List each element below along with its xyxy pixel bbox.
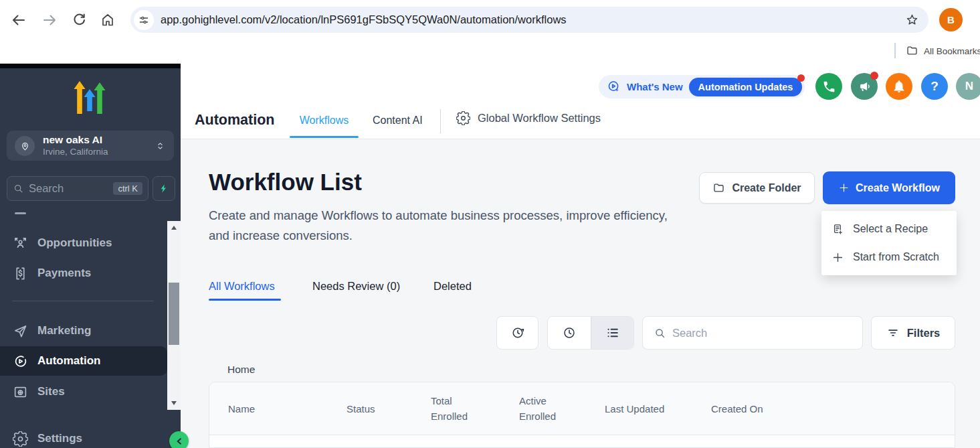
sidebar-item-label: Opportunities	[37, 236, 112, 250]
location-pin-icon	[15, 136, 35, 156]
list-view-toggle[interactable]	[591, 317, 633, 349]
automation-updates-label: Automation Updates	[698, 82, 793, 92]
sidebar-item-marketing[interactable]: Marketing	[0, 316, 167, 346]
account-location: Irvine, California	[43, 147, 108, 158]
filters-button[interactable]: Filters	[871, 316, 955, 350]
filters-label: Filters	[907, 327, 941, 340]
plus-icon	[831, 251, 844, 264]
bell-icon	[892, 79, 906, 94]
column-header-status: Status	[347, 403, 431, 415]
tab-all-workflows[interactable]: All Workflows	[209, 280, 275, 293]
bookmarks-folder-icon[interactable]	[906, 44, 918, 57]
whats-new-label[interactable]: What's New	[627, 81, 683, 92]
view-toggle-group	[547, 316, 634, 350]
bookmarks-divider	[894, 43, 896, 58]
announcements-button[interactable]	[851, 73, 878, 100]
sidebar-top-strip	[0, 64, 181, 68]
sidebar-search[interactable]: ctrl K	[7, 176, 149, 201]
automation-updates-badge[interactable]: Automation Updates	[689, 78, 803, 96]
url-text[interactable]: app.gohighlevel.com/v2/location/lnPS691g…	[161, 13, 567, 26]
sidebar-collapse-button[interactable]	[169, 431, 189, 448]
sidebar-item-opportunities[interactable]: Opportunities	[0, 228, 167, 258]
whats-new-pill[interactable]: What's New Automation Updates	[599, 75, 805, 98]
automation-icon	[13, 354, 28, 369]
scroll-down-button[interactable]	[167, 396, 181, 410]
column-header-name: Name	[228, 403, 347, 415]
search-icon	[654, 327, 666, 340]
quick-actions-button[interactable]	[153, 176, 175, 201]
sidebar-search-input[interactable]	[29, 182, 113, 195]
clock-icon	[562, 325, 577, 340]
menu-item-select-recipe[interactable]: Select a Recipe	[821, 215, 957, 243]
phone-icon	[822, 80, 836, 94]
phone-button[interactable]	[815, 73, 842, 100]
tab-workflows[interactable]: Workflows	[290, 115, 359, 127]
create-workflow-button[interactable]: Create Workflow	[823, 171, 955, 204]
notification-dot	[797, 74, 805, 82]
bookmark-star-icon[interactable]	[905, 13, 919, 27]
folder-icon	[712, 181, 725, 194]
gear-icon	[456, 111, 470, 125]
global-workflow-settings[interactable]: Global Workflow Settings	[456, 111, 601, 125]
sidebar-divider	[12, 301, 154, 301]
menu-item-start-from-scratch[interactable]: Start from Scratch	[821, 243, 957, 271]
create-folder-label: Create Folder	[732, 182, 801, 194]
enrollment-history-button[interactable]	[496, 316, 538, 350]
payments-icon	[13, 266, 28, 281]
question-mark-icon: ?	[930, 79, 939, 94]
header-divider	[440, 109, 441, 133]
breadcrumb[interactable]: Home	[227, 364, 255, 376]
column-header-active-enrolled: Active Enrolled	[519, 393, 605, 424]
search-icon	[13, 183, 24, 194]
menu-item-label: Start from Scratch	[853, 251, 939, 263]
filter-icon	[886, 326, 900, 340]
lightning-bolt-icon	[159, 183, 169, 194]
table-header-row: Name Status Total Enrolled Active Enroll…	[209, 382, 955, 435]
column-header-last-updated: Last Updated	[605, 403, 711, 415]
home-icon[interactable]	[100, 12, 116, 28]
execution-logs-toggle[interactable]	[548, 317, 591, 349]
scrollbar-thumb[interactable]	[169, 283, 179, 345]
workflow-search[interactable]	[642, 316, 863, 350]
help-button[interactable]: ?	[921, 73, 948, 100]
settings-gear-icon	[13, 431, 28, 447]
account-switcher[interactable]: new oaks AI Irvine, California	[7, 131, 174, 161]
back-icon[interactable]	[11, 12, 27, 28]
sidebar-item-automation[interactable]: Automation	[0, 346, 167, 376]
workflow-list-title: Workflow List	[209, 169, 362, 196]
scroll-up-button[interactable]	[167, 221, 181, 234]
site-settings-icon[interactable]	[134, 10, 154, 30]
main-area: What's New Automation Updates ? N	[181, 64, 980, 448]
tab-deleted[interactable]: Deleted	[433, 280, 472, 293]
active-tab-underline	[290, 136, 359, 138]
chevron-up-down-icon[interactable]	[155, 139, 166, 153]
sidebar-item-label: Marketing	[37, 324, 91, 338]
workflow-search-input[interactable]	[672, 327, 862, 340]
notification-dot	[870, 72, 878, 80]
scrolled-item-remnant	[15, 212, 26, 214]
all-bookmarks-label[interactable]: All Bookmarks	[924, 46, 980, 56]
clock-history-icon	[510, 325, 525, 340]
tab-content-ai[interactable]: Content AI	[373, 115, 423, 127]
create-workflow-menu: Select a Recipe Start from Scratch	[821, 211, 957, 275]
forward-icon[interactable]	[41, 12, 58, 28]
sidebar-item-label: Automation	[37, 354, 100, 368]
browser-profile-avatar[interactable]: B	[939, 8, 963, 31]
sidebar-item-settings[interactable]: Settings	[0, 424, 167, 448]
refresh-icon[interactable]	[71, 12, 87, 28]
search-shortcut-badge: ctrl K	[113, 182, 142, 195]
column-header-total-enrolled: Total Enrolled	[431, 393, 519, 424]
avatar-initial: N	[965, 80, 973, 93]
sidebar-item-payments[interactable]: Payments	[0, 258, 167, 288]
user-avatar[interactable]: N	[956, 73, 980, 100]
url-bar[interactable]: app.gohighlevel.com/v2/location/lnPS691g…	[130, 7, 928, 33]
sidebar: new oaks AI Irvine, California ctrl K Op…	[0, 64, 181, 448]
recipe-icon	[831, 223, 844, 236]
tab-needs-review[interactable]: Needs Review (0)	[312, 280, 400, 293]
create-folder-button[interactable]: Create Folder	[699, 172, 815, 204]
sidebar-scrollbar[interactable]	[167, 221, 181, 410]
notifications-button[interactable]	[886, 73, 912, 100]
sidebar-item-sites[interactable]: Sites	[0, 377, 167, 406]
chevron-left-icon	[174, 436, 185, 447]
sidebar-item-label: Sites	[37, 385, 65, 398]
